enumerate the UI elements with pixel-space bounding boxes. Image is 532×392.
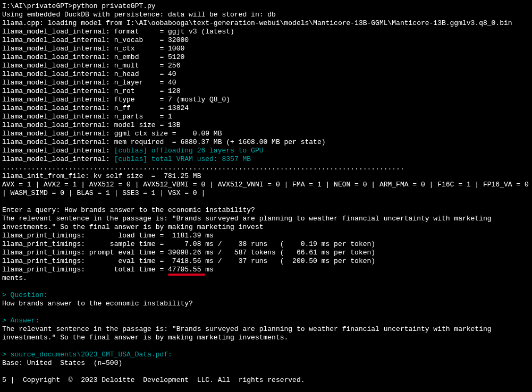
query-prompt: Enter a query: How brands answer to the …	[2, 206, 255, 214]
question-header: > Question:	[2, 291, 48, 299]
question-text: How brands answer to the economic instab…	[2, 300, 193, 308]
log-line: llama_model_load_internal: mem required …	[2, 138, 326, 146]
log-line: llama_model_load_internal: [cublas] offl…	[2, 147, 264, 155]
log-line: llama_model_load_internal: format = ggjt…	[2, 28, 234, 36]
timing-line: llama_print_timings: eval time = 7418.56…	[2, 257, 375, 265]
log-line: llama_model_load_internal: n_ctx = 1000	[2, 45, 184, 53]
source-doc: > source_documents\2023_GMT_USA_Data.pdf…	[2, 351, 172, 359]
log-line: llama_model_load_internal: n_head = 40	[2, 70, 176, 78]
log-line: llama_init_from_file: kv self size = 781…	[2, 172, 201, 180]
timing-line: llama_print_timings: sample time = 7.08 …	[2, 240, 375, 248]
shell-prompt: I:\AI\privateGPT>python privateGPT.py	[2, 2, 156, 10]
log-line: llama_model_load_internal: n_mult = 256	[2, 62, 180, 70]
log-line: llama_model_load_internal: ftype = 7 (mo…	[2, 96, 230, 104]
avx-flags: AVX = 1 | AVX2 = 1 | AVX512 = 0 | AVX512…	[2, 181, 529, 197]
answer-text: The relevant sentence in the passage is:…	[2, 325, 492, 342]
copyright-line: 5 | Copyright © 2023 Deloitte Developmen…	[2, 376, 305, 384]
timing-total: llama_print_timings: total time = 47705.…	[2, 266, 214, 274]
log-line: llama_model_load_internal: ggml ctx size…	[2, 130, 222, 138]
cublas-offload: [cublas] offloading 26 layers to GPU	[114, 147, 264, 155]
log-line: llama.cpp: loading model from I:\AI\ooba…	[2, 19, 512, 27]
log-line: Using embedded DuckDB with persistence: …	[2, 11, 276, 19]
log-line: llama_model_load_internal: n_embd = 5120	[2, 53, 184, 61]
base-line: Base: United States (n=500)	[2, 359, 122, 367]
timing-line: llama_print_timings: prompt eval time = …	[2, 249, 375, 257]
log-line: llama_model_load_internal: model size = …	[2, 121, 180, 129]
total-time-value: 47705.55	[168, 266, 201, 274]
log-line: llama_model_load_internal: n_layer = 40	[2, 79, 176, 87]
cublas-vram: [cublas] total VRAM used: 8357 MB	[114, 155, 251, 163]
timing-line: llama_print_timings: load time = 1181.39…	[2, 232, 214, 240]
terminal-output: I:\AI\privateGPT>python privateGPT.py Us…	[0, 0, 532, 387]
log-line: llama_model_load_internal: n_vocab = 320…	[2, 36, 189, 44]
answer-preview: The relevant sentence in the passage is:…	[2, 215, 492, 231]
log-line: llama_model_load_internal: n_ff = 13824	[2, 104, 189, 112]
answer-header: > Answer:	[2, 317, 39, 325]
log-line: llama_model_load_internal: n_rot = 128	[2, 87, 180, 95]
log-line: llama_model_load_internal: n_parts = 1	[2, 113, 172, 121]
separator-dots: ........................................…	[2, 164, 404, 172]
log-line: llama_model_load_internal: [cublas] tota…	[2, 155, 251, 163]
log-line: ments.	[2, 274, 27, 282]
